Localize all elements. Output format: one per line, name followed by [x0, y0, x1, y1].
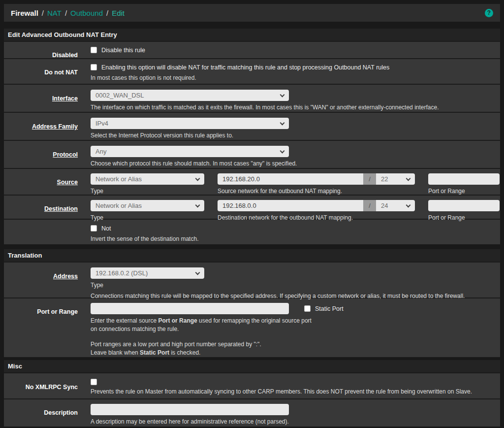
disabled-checkbox-label: Disable this rule — [101, 46, 145, 54]
label-protocol[interactable]: Protocol — [4, 146, 78, 168]
protocol-select-value: Any — [95, 148, 106, 155]
label-description: Description — [4, 404, 78, 427]
source-prefix-select[interactable]: 22 — [376, 173, 415, 185]
do-not-nat-help: In most cases this option is not require… — [91, 74, 495, 82]
description-help: A description may be entered here for ad… — [91, 418, 495, 426]
chevron-down-icon — [195, 203, 200, 208]
destination-prefix-select-value: 24 — [381, 202, 388, 209]
panel-misc: Misc No XMLRPC Sync Prevents the rule on… — [4, 360, 500, 427]
source-prefix-select-value: 22 — [381, 175, 388, 183]
static-port-checkbox-label: Static Port — [315, 305, 344, 313]
translation-address-select[interactable]: 192.168.0.2 (DSL) — [91, 267, 204, 279]
destination-network-help: Destination network for the outbound NAT… — [218, 214, 415, 222]
destination-port-input[interactable] — [428, 200, 500, 211]
label-do-not-nat: Do not NAT — [4, 64, 78, 84]
chevron-down-icon — [280, 121, 285, 126]
row-source: Source Network or Alias Type / 22 — [4, 168, 500, 195]
disabled-checkbox[interactable] — [91, 47, 97, 53]
source-prefix-separator: / — [363, 173, 376, 185]
protocol-select[interactable]: Any — [91, 146, 289, 157]
interface-select-value: 0002_WAN_DSL — [95, 92, 144, 99]
row-address-family: Address Family IPv4 Select the Internet … — [4, 112, 500, 140]
row-translation-address: Address 192.168.0.2 (DSL) Type Connectio… — [4, 262, 500, 297]
breadcrumb-separator: / — [106, 9, 108, 17]
translation-address-select-value: 192.168.0.2 (DSL) — [95, 269, 148, 277]
row-description: Description A description may be entered… — [4, 398, 500, 427]
source-port-input[interactable] — [428, 173, 500, 185]
static-port-checkbox[interactable] — [304, 305, 311, 312]
row-protocol: Protocol Any Choose which protocol this … — [4, 140, 500, 168]
label-destination[interactable]: Destination — [4, 200, 78, 219]
destination-type-select-value: Network or Alias — [95, 202, 142, 209]
source-type-select-value: Network or Alias — [95, 175, 142, 183]
source-network-input[interactable] — [218, 173, 363, 185]
label-translation-port: Port or Range — [4, 303, 78, 357]
label-disabled: Disabled — [4, 46, 78, 58]
row-destination: Destination Network or Alias Type / 24 — [4, 195, 500, 219]
row-do-not-nat: Do not NAT Enabling this option will dis… — [4, 58, 500, 84]
panel-edit-entry: Edit Advanced Outbound NAT Entry Disable… — [4, 29, 500, 244]
protocol-help: Choose which protocol this rule should m… — [91, 160, 495, 168]
destination-port-help: Port or Range — [428, 214, 500, 222]
not-help: Invert the sense of the destination matc… — [91, 235, 495, 243]
destination-prefix-select[interactable]: 24 — [376, 200, 415, 211]
destination-type-select[interactable]: Network or Alias — [91, 200, 204, 211]
row-translation-port: Port or Range Static Port Enter the exte… — [4, 297, 500, 357]
translation-address-description: Connections matching this rule will be m… — [91, 292, 495, 300]
breadcrumb-edit[interactable]: Edit — [112, 9, 125, 17]
do-not-nat-checkbox[interactable] — [91, 64, 97, 70]
interface-select[interactable]: 0002_WAN_DSL — [91, 90, 289, 101]
panel-translation: Translation Address 192.168.0.2 (DSL) Ty… — [4, 249, 500, 357]
interface-help: The interface on which traffic is matche… — [91, 103, 495, 112]
panel-title-translation: Translation — [4, 249, 500, 262]
translation-port-help-line4: Leave blank when Static Port is checked. — [91, 349, 495, 357]
label-not-empty — [4, 225, 78, 244]
source-type-select[interactable]: Network or Alias — [91, 173, 204, 185]
translation-port-input[interactable] — [91, 303, 289, 314]
translation-port-help-line2: on connections matching the rule. — [91, 325, 495, 333]
row-interface: Interface 0002_WAN_DSL The interface on … — [4, 84, 500, 112]
address-family-help: Select the Internet Protocol version thi… — [91, 132, 495, 140]
destination-type-help: Type — [91, 214, 204, 222]
destination-network-input[interactable] — [218, 200, 363, 211]
row-no-xmlrpc-sync: No XMLRPC Sync Prevents the rule on Mast… — [4, 372, 500, 398]
chevron-down-icon — [280, 93, 285, 98]
not-checkbox[interactable] — [91, 225, 97, 231]
panel-title-misc: Misc — [4, 360, 500, 372]
address-family-select-value: IPv4 — [95, 120, 108, 127]
label-interface[interactable]: Interface — [4, 90, 78, 112]
chevron-down-icon — [195, 270, 200, 275]
do-not-nat-checkbox-label: Enabling this option will disable NAT fo… — [101, 64, 389, 71]
chevron-down-icon — [406, 176, 411, 181]
no-xmlrpc-sync-checkbox[interactable] — [91, 379, 97, 385]
label-no-xmlrpc-sync: No XMLRPC Sync — [4, 378, 78, 398]
label-source[interactable]: Source — [4, 173, 78, 195]
destination-prefix-separator: / — [363, 200, 376, 211]
row-disabled: Disabled Disable this rule — [4, 41, 500, 58]
translation-address-type-help: Type — [91, 281, 495, 290]
panel-title-edit-entry: Edit Advanced Outbound NAT Entry — [4, 29, 500, 41]
chevron-down-icon — [280, 149, 285, 154]
translation-port-help-line3: Port ranges are a low port and high port… — [91, 340, 495, 349]
breadcrumb-separator: / — [65, 9, 67, 17]
no-xmlrpc-sync-help: Prevents the rule on Master from automat… — [91, 388, 495, 396]
chevron-down-icon — [195, 176, 200, 181]
help-icon[interactable]: ? — [485, 9, 493, 17]
breadcrumb-nat[interactable]: NAT — [47, 9, 62, 17]
not-checkbox-label: Not — [101, 225, 111, 232]
source-network-help: Source network for the outbound NAT mapp… — [218, 187, 415, 196]
breadcrumb: Firewall / NAT / Outbound / Edit ? — [4, 4, 500, 22]
label-translation-address[interactable]: Address — [4, 267, 78, 297]
breadcrumb-separator: / — [42, 9, 44, 17]
row-not: Not Invert the sense of the destination … — [4, 219, 500, 244]
source-type-help: Type — [91, 187, 204, 196]
address-family-select[interactable]: IPv4 — [91, 118, 289, 129]
source-port-help: Port or Range — [428, 187, 500, 196]
breadcrumb-firewall: Firewall — [11, 9, 38, 17]
chevron-down-icon — [406, 203, 411, 208]
label-address-family[interactable]: Address Family — [4, 118, 78, 140]
description-input[interactable] — [91, 404, 289, 415]
translation-port-help-line1: Enter the external source Port or Range … — [91, 317, 495, 325]
breadcrumb-outbound[interactable]: Outbound — [70, 9, 103, 17]
